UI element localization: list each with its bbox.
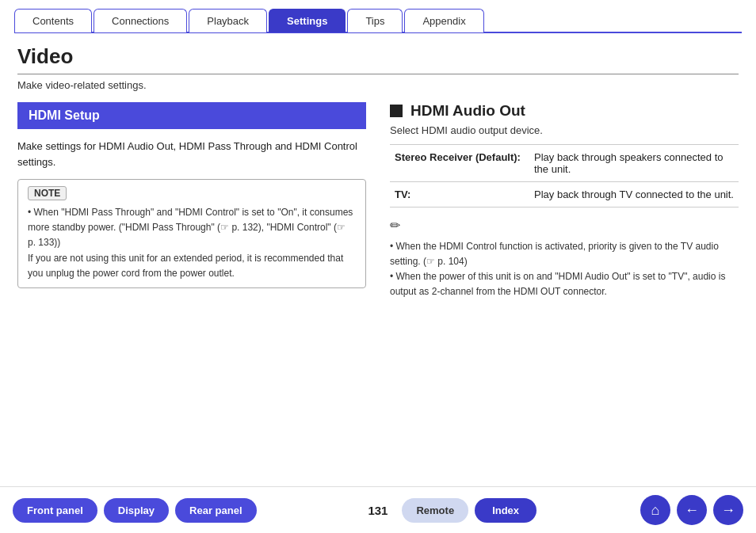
table-row: Stereo Receiver (Default): Play back thr… [390, 145, 739, 182]
note-label: NOTE [28, 186, 67, 200]
nav-tabs: Contents Connections Playback Settings T… [14, 8, 742, 33]
bottom-center: 131 Remote Index [360, 498, 536, 523]
table-cell-value-0: Play back through speakers connected to … [529, 145, 739, 182]
rear-panel-button[interactable]: Rear panel [175, 498, 256, 523]
bottom-left-buttons: Front panel Display Rear panel [13, 498, 257, 523]
main-content: Video Make video-related settings. HDMI … [0, 33, 756, 307]
left-column: HDMI Setup Make settings for HDMI Audio … [17, 102, 366, 299]
page-number: 131 [368, 504, 388, 517]
bottom-nav-icons: ⌂ ← → [640, 495, 743, 525]
back-button[interactable]: ← [677, 495, 707, 525]
tab-appendix[interactable]: Appendix [404, 9, 483, 32]
right-column: HDMI Audio Out Select HDMI audio output … [390, 102, 739, 299]
home-button[interactable]: ⌂ [640, 495, 670, 525]
page-subtitle: Make video-related settings. [17, 79, 739, 91]
hdmi-select-desc: Select HDMI audio output device. [390, 124, 739, 136]
section-square-icon [390, 105, 403, 117]
front-panel-button[interactable]: Front panel [13, 498, 97, 523]
display-button[interactable]: Display [104, 498, 169, 523]
tab-tips[interactable]: Tips [347, 9, 403, 32]
tab-contents[interactable]: Contents [14, 9, 92, 32]
two-column-layout: HDMI Setup Make settings for HDMI Audio … [17, 102, 739, 299]
note-item-1: • When the power of this unit is on and … [390, 269, 739, 299]
settings-table: Stereo Receiver (Default): Play back thr… [390, 144, 739, 207]
page-title: Video [17, 44, 739, 74]
pencil-note: ✏ • When the HDMI Control function is ac… [390, 215, 739, 299]
hdmi-audio-out-title: HDMI Audio Out [390, 102, 739, 120]
bottom-bar: Front panel Display Rear panel 131 Remot… [0, 486, 756, 533]
note-box: NOTE • When "HDMI Pass Through" and "HDM… [17, 179, 366, 288]
tab-playback[interactable]: Playback [189, 9, 267, 32]
forward-button[interactable]: → [713, 495, 743, 525]
tab-connections[interactable]: Connections [94, 9, 187, 32]
table-cell-value-1: Play back through TV connected to the un… [529, 182, 739, 207]
tab-settings[interactable]: Settings [269, 9, 346, 32]
hdmi-setup-description: Make settings for HDMI Audio Out, HDMI P… [17, 139, 366, 169]
remote-button[interactable]: Remote [402, 498, 468, 523]
hdmi-setup-heading: HDMI Setup [17, 102, 366, 129]
table-row: TV: Play back through TV connected to th… [390, 182, 739, 207]
table-cell-key-1: TV: [390, 182, 529, 207]
pencil-icon: ✏ [390, 215, 739, 236]
note-item-0: • When the HDMI Control function is acti… [390, 239, 739, 269]
index-button[interactable]: Index [475, 498, 536, 523]
table-cell-key-0: Stereo Receiver (Default): [390, 145, 529, 182]
note-text: • When "HDMI Pass Through" and "HDMI Con… [28, 205, 356, 281]
